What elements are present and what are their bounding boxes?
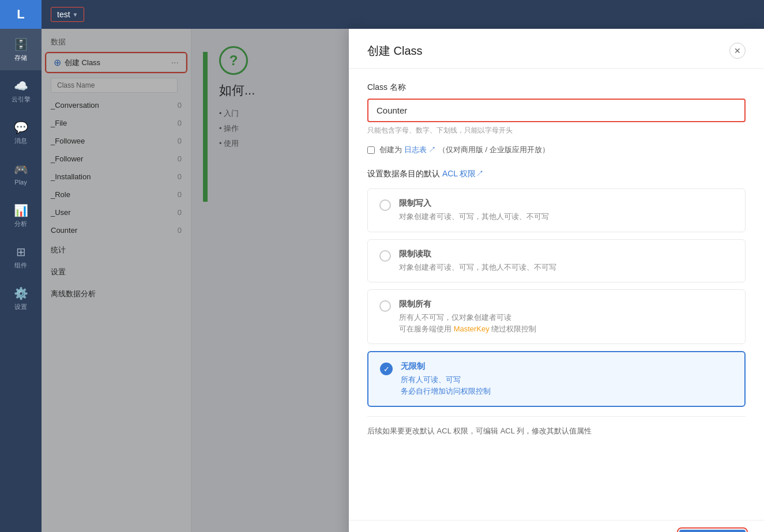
components-icon: ⊞ xyxy=(16,245,26,259)
acl-section-label: 设置数据条目的默认 ACL 权限↗ xyxy=(367,169,746,179)
acl-content-restrict-write: 限制写入 对象创建者可读、可写，其他人可读、不可写 xyxy=(399,198,549,222)
acl-title-restrict-read: 限制读取 xyxy=(399,249,556,259)
acl-option-restrict-all[interactable]: 限制所有 所有人不可写，仅对象创建者可读 可在服务端使用 MasterKey 绕… xyxy=(367,289,746,344)
modal-close-button[interactable]: ✕ xyxy=(729,43,746,59)
nav-item-play[interactable]: 🎮 Play xyxy=(0,153,42,195)
modal-title: 创建 Class xyxy=(367,43,423,59)
log-table-checkbox[interactable] xyxy=(367,146,375,154)
log-table-link[interactable]: 日志表 ↗ xyxy=(404,145,436,154)
acl-content-restrict-all: 限制所有 所有人不可写，仅对象创建者可读 可在服务端使用 MasterKey 绕… xyxy=(399,299,536,334)
log-table-checkbox-row: 创建为 日志表 ↗ （仅对商用版 / 企业版应用开放） xyxy=(367,145,746,155)
app-name: test xyxy=(57,10,70,19)
acl-desc-restrict-all-line1: 所有人不可写，仅对象创建者可读 xyxy=(399,312,536,323)
nav-logo: L xyxy=(0,0,42,29)
acl-link[interactable]: ACL 权限↗ xyxy=(442,169,484,178)
nav-label-cloud: 云引擎 xyxy=(12,95,31,104)
chevron-down-icon: ▼ xyxy=(73,12,78,18)
modal-footer: 取消 创建 Class xyxy=(349,520,764,532)
nav-item-analytics[interactable]: 📊 分析 xyxy=(0,195,42,236)
acl-content-unlimited: 无限制 所有人可读、可写 务必自行增加访问权限控制 xyxy=(401,361,491,397)
acl-title-unlimited: 无限制 xyxy=(401,361,491,372)
acl-desc-restrict-write: 对象创建者可读、可写，其他人可读、不可写 xyxy=(399,211,549,222)
modal-header: 创建 Class ✕ xyxy=(349,29,764,69)
radio-restrict-read xyxy=(379,250,391,262)
nav-item-components[interactable]: ⊞ 组件 xyxy=(0,236,42,278)
radio-restrict-write xyxy=(379,199,391,211)
nav-label-storage: 存储 xyxy=(14,54,27,62)
nav-label-message: 消息 xyxy=(14,137,27,145)
class-name-hint: 只能包含字母、数字、下划线，只能以字母开头 xyxy=(367,126,746,135)
acl-title-restrict-write: 限制写入 xyxy=(399,198,549,209)
nav-item-message[interactable]: 💬 消息 xyxy=(0,112,42,153)
acl-desc-restrict-all-line2: 可在服务端使用 MasterKey 绕过权限控制 xyxy=(399,323,536,335)
radio-restrict-all xyxy=(379,300,391,312)
acl-option-restrict-write[interactable]: 限制写入 对象创建者可读、可写，其他人可读、不可写 xyxy=(367,188,746,232)
nav-label-analytics: 分析 xyxy=(14,220,27,228)
acl-desc-restrict-read: 对象创建者可读、可写，其他人不可读、不可写 xyxy=(399,262,556,273)
settings-icon: ⚙️ xyxy=(14,286,28,300)
create-class-modal: 创建 Class ✕ Class 名称 只能包含字母、数字、下划线，只能以字母开… xyxy=(349,29,764,532)
nav-item-cloud[interactable]: ☁️ 云引擎 xyxy=(0,70,42,112)
app-switcher[interactable]: test ▼ xyxy=(51,7,84,22)
top-bar: test ▼ xyxy=(42,0,764,29)
nav-item-storage[interactable]: 🗄️ 存储 xyxy=(0,29,42,70)
nav-label-components: 组件 xyxy=(14,261,27,270)
main-area: test ▼ 数据 ⊕ 创建 Class ··· _Conversation 0… xyxy=(42,0,764,532)
storage-icon: 🗄️ xyxy=(14,37,28,51)
log-table-label: 创建为 日志表 ↗ （仅对商用版 / 企业版应用开放） xyxy=(379,145,550,155)
acl-title-restrict-all: 限制所有 xyxy=(399,299,536,310)
acl-notice: 后续如果要更改默认 ACL 权限，可编辑 ACL 列，修改其默认值属性 xyxy=(367,416,746,446)
nav-label-play: Play xyxy=(14,179,27,186)
play-icon: 🎮 xyxy=(14,163,28,176)
check-icon-unlimited: ✓ xyxy=(380,363,393,375)
modal-body: Class 名称 只能包含字母、数字、下划线，只能以字母开头 创建为 日志表 ↗… xyxy=(349,69,764,520)
message-icon: 💬 xyxy=(14,120,28,134)
modal-overlay: 创建 Class ✕ Class 名称 只能包含字母、数字、下划线，只能以字母开… xyxy=(42,29,764,532)
analytics-icon: 📊 xyxy=(14,203,28,217)
acl-option-restrict-read[interactable]: 限制读取 对象创建者可读、可写，其他人不可读、不可写 xyxy=(367,239,746,283)
nav-item-settings[interactable]: ⚙️ 设置 xyxy=(0,278,42,319)
acl-content-restrict-read: 限制读取 对象创建者可读、可写，其他人不可读、不可写 xyxy=(399,249,556,273)
class-name-label: Class 名称 xyxy=(367,82,746,93)
class-name-input[interactable] xyxy=(367,99,746,122)
acl-desc-unlimited-line1: 所有人可读、可写 xyxy=(401,374,491,386)
acl-option-unlimited[interactable]: ✓ 无限制 所有人可读、可写 务必自行增加访问权限控制 xyxy=(367,351,746,407)
masterkey-label: MasterKey xyxy=(454,325,490,333)
nav-label-settings: 设置 xyxy=(14,303,27,311)
cloud-icon: ☁️ xyxy=(14,79,28,93)
acl-desc-unlimited-line2: 务必自行增加访问权限控制 xyxy=(401,386,491,397)
left-navigation: L 🗄️ 存储 ☁️ 云引擎 💬 消息 🎮 Play 📊 分析 ⊞ 组件 ⚙️ … xyxy=(0,0,42,532)
create-class-submit-button[interactable]: 创建 Class xyxy=(679,530,746,532)
